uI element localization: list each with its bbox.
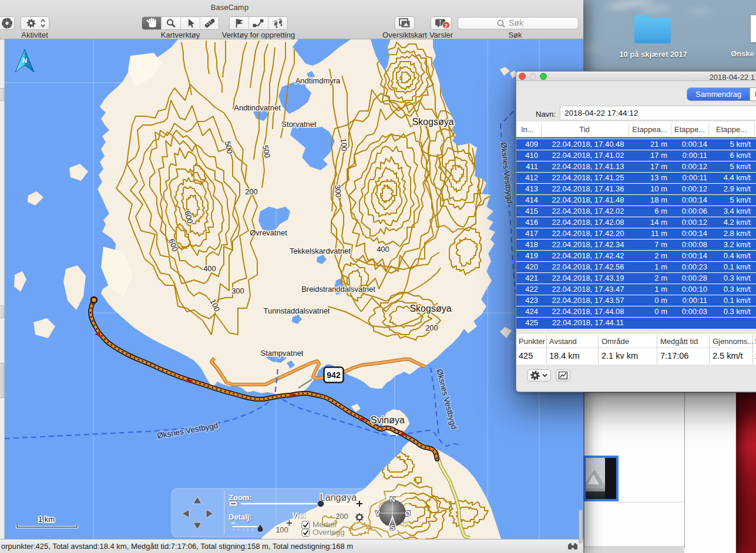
svg-text:S: S [390, 524, 395, 532]
svg-text:N: N [22, 57, 27, 64]
svg-text:Tekkelskardvatnet: Tekkelskardvatnet [290, 247, 351, 255]
svg-text:300: 300 [333, 184, 343, 198]
svg-text:300: 300 [231, 286, 244, 295]
svg-text:!: ! [439, 19, 441, 26]
svg-text:400: 400 [203, 264, 216, 273]
svg-text:Svinøya: Svinøya [371, 415, 405, 425]
svg-text:Storvatnet: Storvatnet [281, 120, 317, 129]
svg-text:Overlegg: Overlegg [313, 528, 345, 537]
svg-text:Øvrevatnet: Øvrevatnet [250, 228, 287, 237]
svg-text:1 km: 1 km [38, 515, 55, 524]
svg-text:100: 100 [339, 138, 349, 151]
svg-text:Zoom:: Zoom: [229, 493, 252, 502]
svg-text:Stampvatnet: Stampvatnet [261, 349, 304, 358]
svg-text:V: V [375, 510, 380, 518]
svg-text:200: 200 [425, 323, 438, 332]
svg-text:Skogsøya: Skogsøya [409, 304, 451, 313]
svg-text:Andtindvatnet: Andtindvatnet [234, 103, 281, 112]
svg-text:200: 200 [245, 187, 258, 196]
svg-text:Tunnstaddalsvatnet: Tunnstaddalsvatnet [264, 306, 330, 315]
svg-text:2: 2 [445, 22, 448, 29]
svg-text:N: N [390, 495, 395, 504]
svg-text:Ø: Ø [405, 510, 410, 518]
svg-text:942: 942 [327, 370, 341, 380]
svg-text:Andtimdmyra: Andtimdmyra [295, 76, 341, 85]
svg-text:Vis:: Vis: [292, 511, 306, 520]
svg-text:Skogsøya: Skogsøya [412, 117, 453, 127]
svg-text:Breidstranddalsvatnet: Breidstranddalsvatnet [301, 285, 375, 294]
svg-text:Detalj:: Detalj: [229, 512, 252, 521]
svg-text:Søk: Søk [509, 18, 524, 28]
svg-text:400: 400 [377, 245, 389, 254]
